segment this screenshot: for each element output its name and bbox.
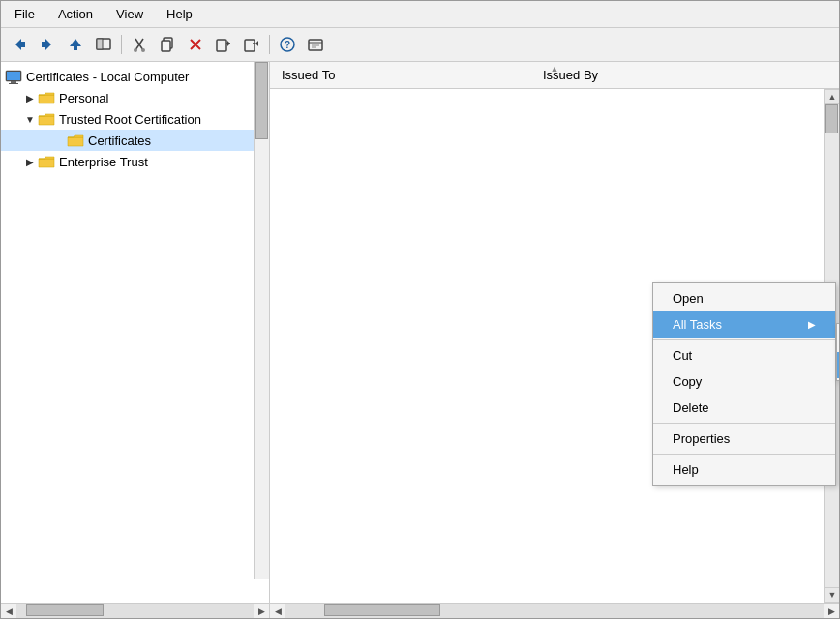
tree-item-enterprise[interactable]: ▶ Enterprise Trust xyxy=(1,151,269,172)
tree-item-trusted-root[interactable]: ▼ Trusted Root Certification xyxy=(1,108,269,130)
show-hide-button[interactable] xyxy=(91,32,116,57)
tree-hscroll-right[interactable]: ▶ xyxy=(254,604,269,619)
back-button[interactable] xyxy=(7,32,32,57)
all-tasks-arrow: ▶ xyxy=(808,319,816,330)
tree-vscroll-thumb[interactable] xyxy=(255,62,268,139)
menu-help[interactable]: Help xyxy=(161,5,198,23)
ctx-all-tasks[interactable]: All Tasks ▶ xyxy=(653,311,835,338)
menu-view[interactable]: View xyxy=(110,5,149,23)
svg-point-11 xyxy=(141,48,145,52)
export-button[interactable] xyxy=(211,32,236,57)
ctx-help[interactable]: Help xyxy=(653,457,835,483)
right-vscroll-up[interactable]: ▲ xyxy=(825,89,839,104)
ctx-delete[interactable]: Delete xyxy=(653,395,835,421)
main-content: Certificates - Local Computer ▶ Personal… xyxy=(1,62,839,618)
up-button[interactable] xyxy=(63,32,88,57)
svg-point-10 xyxy=(134,48,137,52)
ctx-sep-3 xyxy=(653,454,835,455)
certificates-folder-icon xyxy=(67,133,84,148)
svg-marker-0 xyxy=(15,39,21,50)
svg-marker-4 xyxy=(70,39,81,46)
menubar: File Action View Help xyxy=(1,1,839,28)
right-hscroll-left[interactable]: ◀ xyxy=(270,604,285,618)
tree-item-personal[interactable]: ▶ Personal xyxy=(1,87,269,108)
col-header-issued-to[interactable]: Issued To xyxy=(274,64,535,86)
submenu: Open Export... xyxy=(836,323,839,381)
right-panel: ▲ Issued To Issued By ▲ ▼ xyxy=(270,62,839,618)
col-header-issued-by[interactable]: Issued By xyxy=(535,64,835,86)
forward-button[interactable] xyxy=(35,32,60,57)
svg-text:?: ? xyxy=(285,40,290,50)
right-hscroll-track[interactable] xyxy=(285,604,824,618)
ctx-open[interactable]: Open xyxy=(653,285,835,311)
svg-marker-2 xyxy=(45,39,51,50)
svg-rect-13 xyxy=(162,41,170,51)
main-window: File Action View Help xyxy=(0,0,840,619)
context-menu: Open All Tasks ▶ Cut Copy Delete xyxy=(652,282,836,486)
enterprise-expand-icon: ▶ xyxy=(22,154,38,169)
root-label: Certificates - Local Computer xyxy=(26,70,189,84)
right-hscroll-thumb[interactable] xyxy=(324,604,440,616)
tree-hscroll-thumb[interactable] xyxy=(26,604,104,616)
ctx-properties[interactable]: Properties xyxy=(653,426,835,452)
certificates-expand-icon xyxy=(51,133,67,148)
tree-hscroll-left[interactable]: ◀ xyxy=(1,604,16,619)
right-content: ▲ ▼ Open All Tasks ▶ xyxy=(270,89,839,618)
toolbar: ? xyxy=(1,28,839,62)
properties-button[interactable] xyxy=(303,32,328,57)
ctx-sep-2 xyxy=(653,423,835,424)
delete-button[interactable] xyxy=(183,32,208,57)
svg-rect-29 xyxy=(7,72,20,80)
personal-expand-icon: ▶ xyxy=(22,90,38,105)
svg-rect-7 xyxy=(97,39,103,49)
right-hscroll-right[interactable]: ▶ xyxy=(824,604,839,618)
import-button[interactable] xyxy=(239,32,264,57)
tree-item-certificates[interactable]: Certificates xyxy=(1,130,269,151)
right-hscrollbar: ◀ ▶ xyxy=(270,603,839,618)
svg-rect-30 xyxy=(11,81,16,83)
toolbar-sep-2 xyxy=(269,35,270,54)
menu-file[interactable]: File xyxy=(9,5,41,23)
trusted-root-label: Trusted Root Certification xyxy=(59,112,201,127)
tree-hscrollbar: ◀ ▶ xyxy=(1,603,269,618)
enterprise-folder-icon xyxy=(38,154,55,169)
tree-hscroll-track[interactable] xyxy=(16,604,254,618)
svg-rect-31 xyxy=(9,83,18,84)
menu-action[interactable]: Action xyxy=(52,5,99,23)
personal-label: Personal xyxy=(59,91,108,105)
svg-rect-5 xyxy=(74,46,77,50)
submenu-export[interactable]: Export... xyxy=(837,352,839,378)
svg-rect-19 xyxy=(245,40,255,51)
tree-view: Certificates - Local Computer ▶ Personal… xyxy=(1,62,269,603)
cut-button[interactable] xyxy=(127,32,152,57)
tree-vscrollbar[interactable] xyxy=(254,62,269,579)
help-button[interactable]: ? xyxy=(275,32,300,57)
copy-button[interactable] xyxy=(155,32,180,57)
right-vscroll-thumb[interactable] xyxy=(825,104,838,133)
sort-triangle-top: ▲ xyxy=(551,62,559,74)
personal-folder-icon xyxy=(38,90,55,105)
svg-marker-18 xyxy=(227,41,230,46)
right-vscroll-down[interactable]: ▼ xyxy=(825,587,839,603)
certificates-label: Certificates xyxy=(88,133,151,148)
svg-rect-16 xyxy=(217,40,226,51)
tree-panel: Certificates - Local Computer ▶ Personal… xyxy=(1,62,270,618)
svg-rect-3 xyxy=(42,42,45,47)
trusted-root-expand-icon: ▼ xyxy=(22,111,38,127)
trusted-root-folder-icon xyxy=(38,111,55,127)
toolbar-sep-1 xyxy=(121,35,122,54)
svg-rect-1 xyxy=(21,42,25,47)
ctx-copy[interactable]: Copy xyxy=(653,368,835,395)
tree-root[interactable]: Certificates - Local Computer xyxy=(1,66,269,87)
computer-icon xyxy=(5,69,22,84)
ctx-cut[interactable]: Cut xyxy=(653,342,835,368)
svg-marker-20 xyxy=(255,41,258,46)
ctx-sep-1 xyxy=(653,339,835,340)
submenu-open[interactable]: Open xyxy=(837,326,839,352)
enterprise-label: Enterprise Trust xyxy=(59,155,148,169)
